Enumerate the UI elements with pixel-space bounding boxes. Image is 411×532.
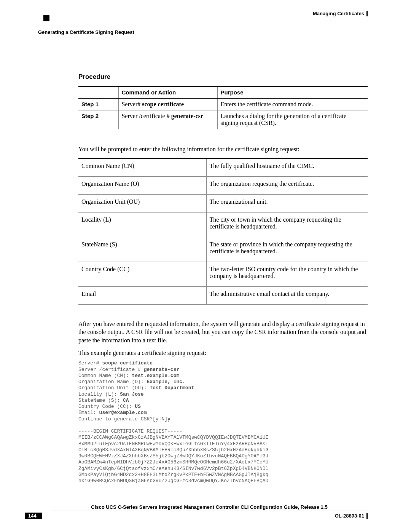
header-marker-icon bbox=[43, 15, 49, 21]
procedure-table: Command or Action Purpose Step 1 Server#… bbox=[78, 86, 368, 129]
proc-th-purpose: Purpose bbox=[217, 86, 368, 98]
table-row: StateName (S)The state or province in wh… bbox=[78, 237, 368, 262]
page-number: 144 bbox=[25, 513, 42, 519]
proc-th-command: Command or Action bbox=[118, 86, 217, 98]
step-label: Step 2 bbox=[81, 113, 99, 119]
proc-th-blank bbox=[78, 86, 118, 98]
table-row: Step 1 Server# scope certificate Enters … bbox=[78, 98, 368, 110]
field-name: Locality (L) bbox=[78, 212, 206, 237]
fields-table: Common Name (CN)The fully qualified host… bbox=[78, 158, 368, 305]
purpose-cell: Launches a dialog for the generation of … bbox=[217, 110, 368, 129]
example-paragraph: This example generates a certificate sig… bbox=[78, 350, 368, 356]
step-label: Step 1 bbox=[81, 101, 99, 107]
procedure-heading: Procedure bbox=[78, 73, 368, 81]
field-name: Email bbox=[78, 286, 206, 304]
field-name: Organization Unit (OU) bbox=[78, 194, 206, 212]
table-row: EmailThe administrative email contact at… bbox=[78, 286, 368, 304]
page-footer: Cisco UCS C-Series Servers Integrated Ma… bbox=[43, 504, 368, 519]
after-paragraph: After you have entered the requested inf… bbox=[78, 320, 368, 345]
table-row: Organization Name (O)The organization re… bbox=[78, 176, 368, 194]
header-chapter: Managing Certificates bbox=[313, 11, 368, 16]
field-name: Country Code (CC) bbox=[78, 262, 206, 286]
code-example: Server# scope certificate Server /certif… bbox=[78, 360, 368, 484]
table-row: Locality (L)The city or town in which th… bbox=[78, 212, 368, 237]
field-desc: The state or province in which the compa… bbox=[206, 237, 368, 262]
field-name: StateName (S) bbox=[78, 237, 206, 262]
cmd-bold: scope certificate bbox=[142, 101, 184, 107]
field-desc: The organizational unit. bbox=[206, 194, 368, 212]
table-row: Organization Unit (OU)The organizational… bbox=[78, 194, 368, 212]
purpose-cell: Enters the certificate command mode. bbox=[217, 98, 368, 110]
doc-id: OL-28893-01 bbox=[335, 513, 368, 519]
footer-doc-title: Cisco UCS C-Series Servers Integrated Ma… bbox=[51, 504, 368, 511]
field-desc: The fully qualified hostname of the CIMC… bbox=[206, 158, 368, 177]
table-row: Step 2 Server /certificate # generate-cs… bbox=[78, 110, 368, 129]
field-name: Organization Name (O) bbox=[78, 176, 206, 194]
field-desc: The two-letter ISO country code for the … bbox=[206, 262, 368, 286]
field-desc: The city or town in which the company re… bbox=[206, 212, 368, 237]
header-section: Generating a Certificate Signing Request bbox=[38, 24, 368, 35]
table-row: Common Name (CN)The fully qualified host… bbox=[78, 158, 368, 177]
cmd-bold: generate-csr bbox=[171, 113, 203, 119]
cmd-prefix: Server# bbox=[122, 101, 142, 107]
field-desc: The organization requesting the certific… bbox=[206, 176, 368, 194]
prompt-paragraph: You will be prompted to enter the follow… bbox=[78, 145, 368, 153]
field-name: Common Name (CN) bbox=[78, 158, 206, 177]
table-row: Country Code (CC)The two-letter ISO coun… bbox=[78, 262, 368, 286]
field-desc: The administrative email contact at the … bbox=[206, 286, 368, 304]
cmd-prefix: Server /certificate # bbox=[122, 113, 171, 119]
header-rule bbox=[43, 23, 368, 23]
